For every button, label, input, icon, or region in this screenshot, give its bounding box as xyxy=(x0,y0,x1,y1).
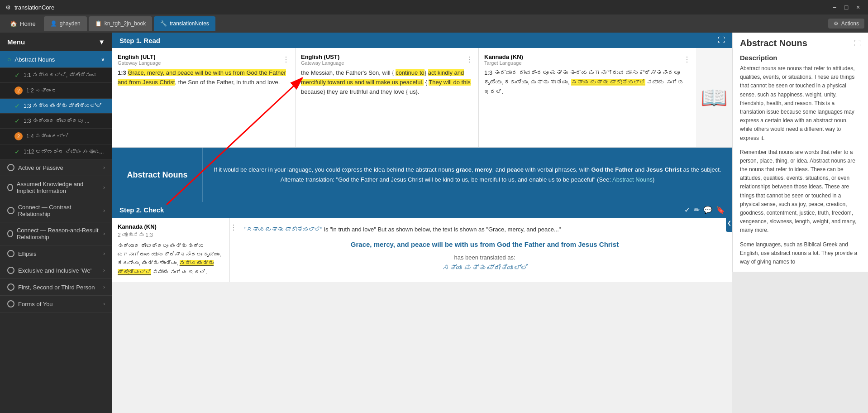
col-header-kn: Kannada (KN) Target Language ⋮ xyxy=(484,53,691,66)
step2-left-text: ತಂದೆಯಾದ ದೇವರಿಂದಲೂ ಮತ್ತು ತಂದೆಯ ಮಗನಾಗಿರುವ … xyxy=(118,242,224,277)
step2-lang-title: Kannada (KN) xyxy=(118,223,224,230)
tab-home[interactable]: 🏠 Home xyxy=(4,16,42,31)
right-panel-expand-button[interactable]: ⛶ xyxy=(854,39,861,48)
actions-label: Actions xyxy=(841,20,859,27)
circle-icon xyxy=(7,207,14,214)
sidebar-sub-item-1-12[interactable]: ✓ 1:12 ಆಡ್ಡರಿಂದ ನಿಮ್ಮ ಸಂತೋಷ... xyxy=(0,144,112,159)
tab-bar-actions: ⚙ Actions xyxy=(828,19,864,29)
step2-note-connector: is "in truth and love" But as shown belo… xyxy=(324,226,561,233)
filter-icon[interactable]: ▼ xyxy=(98,38,105,46)
sidebar-item-label: Forms of You xyxy=(18,301,53,307)
right-panel-section-title: Description xyxy=(733,48,868,64)
step2-header: Step 2. Check ✓ ✏ 💬 🔖 xyxy=(112,202,732,218)
badge-icon: 2 xyxy=(14,86,23,95)
tab-tool[interactable]: 🔧 translationNotes xyxy=(154,16,215,31)
right-panel-toggle-button[interactable]: ❮ xyxy=(726,214,732,232)
actions-button[interactable]: ⚙ Actions xyxy=(828,19,864,29)
sub-item-label: 1:1 ಸತ್ಯದಲ್ಲಿ, ಪ್ರೀತಿಸುವ xyxy=(24,72,96,78)
sidebar-item-label: Ellipsis xyxy=(18,250,36,257)
right-panel: Abstract Nouns ⛶ Description Abstract no… xyxy=(732,33,868,272)
lang-title-ust: English (UST) xyxy=(301,53,344,60)
sidebar-item-assumed-knowledge[interactable]: Assumed Knowledge and Implicit Informati… xyxy=(0,176,112,199)
abstract-nouns-link[interactable]: Abstract Nouns xyxy=(612,176,653,183)
chevron-right-icon: › xyxy=(103,250,105,257)
sidebar-item-label: Abstract Nouns xyxy=(14,56,55,63)
circle-icon xyxy=(7,164,14,171)
lang-title-kn: Kannada (KN) xyxy=(484,53,523,60)
col-menu-button-ust[interactable]: ⋮ xyxy=(466,55,473,64)
tab-bar: 🏠 Home 👤 ghayden 📋 kn_tgh_2jn_book 🔧 tra… xyxy=(0,14,868,33)
circle-icon xyxy=(7,250,14,257)
chevron-down-icon: ∨ xyxy=(101,56,105,62)
close-button[interactable]: × xyxy=(854,3,863,12)
maximize-button[interactable]: □ xyxy=(842,3,851,12)
sidebar-item-abstract-nouns[interactable]: ○ Abstract Nouns ∨ xyxy=(0,51,112,68)
sidebar-item-label: Active or Passive xyxy=(18,164,63,171)
abstract-note-title-text: Abstract Nouns xyxy=(127,170,187,180)
plain-text-ult: , the Son of the Father, in truth and lo… xyxy=(175,79,280,86)
step2-note-text: "ಸತ್ಯ ಮತ್ತು ಪ್ರೀತಿಯಲ್ಲಿ" xyxy=(244,226,322,233)
abstract-note-title: Abstract Nouns xyxy=(112,148,203,202)
sidebar-sub-item-1-1[interactable]: ✓ 1:1 ಸತ್ಯದಲ್ಲಿ, ಪ್ರೀತಿಸುವ xyxy=(0,68,112,83)
abstract-note-christ: Jesus Christ xyxy=(646,166,682,173)
lang-subtitle-ult: Gateway Language xyxy=(118,60,161,66)
col-menu-button-kn[interactable]: ⋮ xyxy=(683,55,691,64)
step2-edit-button[interactable]: ✏ xyxy=(694,206,700,214)
sidebar-sub-item-1-2[interactable]: 2 1:2 ಸತ್ಯದ xyxy=(0,83,112,99)
title-bar-left: ⚙ translationCore xyxy=(5,4,54,11)
check-icon: ✓ xyxy=(14,117,20,125)
abstract-note-peace: peace xyxy=(507,166,524,173)
translation-icon-col: 📖 xyxy=(696,48,732,147)
ust-text-3: { xyxy=(424,79,429,86)
chevron-right-icon: › xyxy=(103,284,105,290)
step2-bookmark-button[interactable]: 🔖 xyxy=(716,206,725,214)
step2-check-button[interactable]: ✓ xyxy=(684,206,690,214)
sidebar-item-connect-reason[interactable]: Connect — Reason-and-Result Relationship… xyxy=(0,222,112,245)
sidebar-item-label: Connect — Contrast Relationship xyxy=(18,204,103,217)
gear-icon: ⚙ xyxy=(834,20,839,27)
step1-expand-button[interactable]: ⛶ xyxy=(718,36,725,44)
sidebar-sub-item-1-3b[interactable]: ✓ 1:3 ತಂದೆಯಾದ ದೇವರಿಂದಲೂ ... xyxy=(0,114,112,129)
sidebar-item-forms-of-you[interactable]: Forms of You › xyxy=(0,296,112,312)
sidebar-item-active-passive[interactable]: Active or Passive › xyxy=(0,159,112,176)
translation-col-ust: English (UST) Gateway Language ⋮ the Mes… xyxy=(296,48,479,147)
step2-content: Kannada (KN) 2 ಯೋಹಾನನು 1:3 ತಂದೆಯಾದ ದೇವರಿ… xyxy=(112,218,732,282)
circle-icon xyxy=(7,230,13,237)
tool-icon: 🔧 xyxy=(160,20,167,27)
tab-tool-label: translationNotes xyxy=(170,20,209,27)
tab-book[interactable]: 📋 kn_tgh_2jn_book xyxy=(89,16,152,31)
title-bar-controls[interactable]: − □ × xyxy=(830,3,863,12)
translation-text-ult: 1:3 Grace, mercy, and peace will be with… xyxy=(118,68,290,87)
step2-translated-text: ಸತ್ಯ ಮತ್ತು ಪ್ರೀತಿಯಲ್ಲಿ xyxy=(244,264,725,271)
sidebar-item-exclusive-inclusive[interactable]: Exclusive and Inclusive 'We' › xyxy=(0,262,112,279)
circle-icon xyxy=(7,300,14,307)
badge-icon: 2 xyxy=(14,132,23,140)
step2-col-menu-area: ⋮ xyxy=(230,218,237,282)
sidebar-sub-item-1-3a[interactable]: ✓ 1:3 ಸತ್ಯ ಮತ್ತು ಪ್ರೀತಿಯಲ್ಲಿ xyxy=(0,99,112,114)
circle-icon xyxy=(7,184,13,191)
col-menu-button-ult[interactable]: ⋮ xyxy=(282,55,290,64)
ust-text-1: the Messiah, the Father's Son, will { xyxy=(301,69,396,76)
step2-col-menu-button[interactable]: ⋮ xyxy=(230,223,237,232)
sidebar-item-first-second-third[interactable]: First, Second or Third Person › xyxy=(0,279,112,296)
title-bar: ⚙ translationCore − □ × xyxy=(0,0,868,14)
sub-item-label: 1:2 ಸತ್ಯದ xyxy=(26,87,57,94)
tab-home-label: Home xyxy=(20,20,36,27)
tab-user[interactable]: 👤 ghayden xyxy=(44,16,87,31)
step2-right-wrapper: ⋮ "ಸತ್ಯ ಮತ್ತು ಪ್ರೀತಿಯಲ್ಲಿ" is "in truth … xyxy=(230,218,732,282)
step2-comment-button[interactable]: 💬 xyxy=(703,206,712,214)
tab-user-label: ghayden xyxy=(60,20,81,27)
chevron-right-icon: › xyxy=(103,184,105,191)
book-icon: 📋 xyxy=(95,20,102,27)
step2-translated-label: has been translated as: xyxy=(244,254,725,261)
sidebar-item-label: Exclusive and Inclusive 'We' xyxy=(18,267,91,274)
sidebar-sub-item-1-4[interactable]: 2 1:4 ಸತ್ಯದಲ್ಲಿ xyxy=(0,129,112,144)
sidebar-header: Menu ▼ xyxy=(0,33,112,51)
sidebar-item-label: Assumed Knowledge and Implicit Informati… xyxy=(17,181,103,194)
sidebar-item-ellipsis[interactable]: Ellipsis › xyxy=(0,245,112,262)
translation-col-kn: Kannada (KN) Target Language ⋮ 1:3 ತಂದೆಯ… xyxy=(479,48,696,147)
right-panel-top: Abstract Nouns ⛶ xyxy=(733,33,868,48)
translation-col-ult: English (ULT) Gateway Language ⋮ 1:3 Gra… xyxy=(112,48,296,147)
sidebar-item-connect-contrast[interactable]: Connect — Contrast Relationship › xyxy=(0,199,112,222)
minimize-button[interactable]: − xyxy=(830,3,839,12)
